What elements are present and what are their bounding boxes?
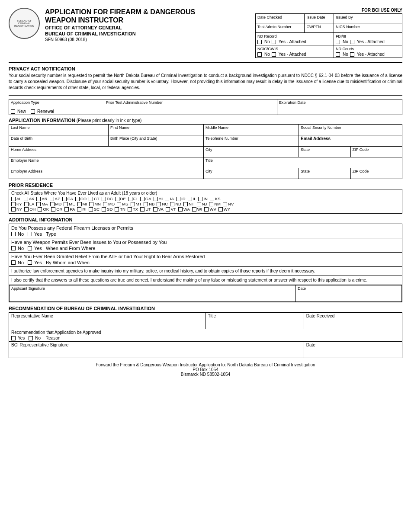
rec-yes-checkbox[interactable] (11, 336, 16, 340)
q2-no-checkbox[interactable] (11, 246, 16, 250)
q3-yes-checkbox[interactable] (28, 260, 32, 265)
state-md: MD (50, 202, 62, 206)
cwptn-cell: CWPTN (305, 23, 334, 33)
divider-1 (9, 62, 402, 63)
state-wy: WY (218, 207, 230, 212)
rep-name-cell: Representative Name (9, 313, 206, 329)
nd-yes-checkbox[interactable] (272, 40, 276, 44)
state-or: OR (51, 207, 62, 212)
employer-city-cell: City (204, 168, 299, 179)
state-in: IN (198, 196, 208, 201)
nd-courts-no-checkbox[interactable] (336, 52, 340, 57)
state-nh: NH (183, 202, 195, 206)
state-sd: SD (102, 207, 112, 212)
state-pa: PA (64, 207, 75, 212)
dob-cell: Date of Birth (9, 135, 109, 147)
state-ok: OK (38, 207, 49, 212)
employer-state-cell: State (299, 168, 350, 179)
ncic-no-checkbox[interactable] (257, 52, 262, 57)
date-checked-cell: Date Checked (256, 14, 305, 23)
state-il: IL (188, 196, 196, 201)
q2-yes-checkbox[interactable] (28, 246, 32, 250)
state-mn: MN (89, 202, 101, 206)
state-tn: TN (115, 207, 125, 212)
footer-line3: Bismarck ND 58502-1054 (9, 372, 402, 377)
q2-text: Have any Weapon Permits Ever Been Issues… (11, 240, 400, 245)
state-id: ID (176, 196, 186, 201)
issue-date-cell: Issue Date (305, 14, 334, 23)
bci-table: Date Checked Issue Date Issued By Test A… (255, 13, 402, 58)
q3-no-checkbox[interactable] (11, 260, 16, 265)
test-admin-cell: Test Admin Number (256, 23, 305, 33)
state-fl: FL (128, 196, 138, 201)
q3-block: Have You Ever Been Granted Relief From t… (9, 253, 402, 267)
rec-table: Representative Name Title Date Received … (9, 312, 402, 358)
rec-no-checkbox[interactable] (29, 336, 33, 340)
employer-state-zip-cell: State ZIP Code (299, 168, 402, 179)
q1-yes-checkbox[interactable] (28, 232, 32, 236)
additional-info-container: Do You Possess any Federal Firearm Licen… (9, 224, 402, 302)
state-nm: NM (209, 202, 221, 206)
state-ma: MA (36, 202, 48, 206)
state-de: DE (115, 196, 126, 201)
state-ca: CA (62, 196, 73, 201)
city-cell: City (204, 147, 299, 157)
main-title: APPLICATION FOR FIREARM & DANGEROUS (45, 8, 249, 16)
form-number: SFN 50963 (08-2018) (45, 37, 249, 42)
state-ky: KY (11, 202, 22, 206)
state-wv: WV (204, 207, 216, 212)
nd-courts-yes-checkbox[interactable] (350, 52, 354, 57)
state-ks: KS (210, 196, 221, 201)
state-ak: AK (24, 196, 35, 201)
app-info-table: Last Name First Name Middle Name Social … (9, 124, 402, 179)
state-vt: VT (166, 207, 176, 212)
nd-no-checkbox[interactable] (257, 40, 262, 44)
additional-info-title: ADDITIONAL INFORMATION (9, 217, 402, 222)
q1-block: Do You Possess any Federal Firearm Licen… (9, 224, 402, 238)
ncic-yes-checkbox[interactable] (272, 52, 276, 57)
nics-cell: NICS Number (334, 23, 402, 33)
header: BUREAU OFCRIMINALINVESTIGATION APPLICATI… (9, 8, 402, 58)
rec-approved-label: Recommendation that Application be Appro… (11, 330, 400, 335)
renewal-checkbox[interactable] (31, 109, 35, 114)
q1-text: Do You Possess any Federal Firearm Licen… (11, 225, 400, 231)
state-wi: WI (192, 207, 202, 212)
states-instruction: Check All States Where You Have Ever Liv… (11, 191, 400, 195)
expiration-cell: Expiration Date (277, 99, 402, 115)
states-row-1: AL AK AR AZ CA CO CT DC DE FL GA HI IA I… (11, 196, 400, 201)
fbi-cell: FBI/III No Yes - Attached (334, 33, 402, 45)
title-cell: Title (204, 157, 402, 168)
state-oh: OH (24, 207, 35, 212)
state-me: ME (64, 202, 75, 206)
privacy-section: PRIVACY ACT NOTIFICATION Your social sec… (9, 66, 402, 91)
header-title-block: APPLICATION FOR FIREARM & DANGEROUS WEAP… (45, 8, 249, 42)
state-ga: GA (140, 196, 151, 201)
org-line2: BUREAU OF CRIMINAL INVESTIGATION (45, 31, 249, 36)
email-cell: Email Address (299, 135, 402, 147)
prior-residence-section: PRIOR RESIDENCE Check All States Where Y… (9, 183, 402, 214)
state-az: AZ (50, 196, 60, 201)
footer-line2: PO Box 1054 (9, 367, 402, 372)
state-dc: DC (102, 196, 113, 201)
auth-text: I authorize law enforcement agencies to … (11, 268, 400, 274)
rep-title-cell: Title (206, 313, 304, 329)
birth-place-cell: Birth Place (City and State) (109, 135, 204, 147)
new-checkbox[interactable] (11, 109, 15, 114)
certify-text-block: I also certify that the answers to all t… (9, 276, 402, 285)
first-name-cell: First Name (109, 125, 204, 135)
q3-text: Have You Ever Been Granted Relief From t… (11, 254, 400, 259)
states-row-2: KY LA MA MD ME MI MN MO MS MT NB NC ND N… (11, 202, 400, 206)
state-nd: ND (170, 202, 181, 206)
state-sc: SC (89, 207, 100, 212)
q1-answers: No Yes Type (11, 231, 400, 237)
additional-info-section: ADDITIONAL INFORMATION Do You Possess an… (9, 217, 402, 302)
state-mi: MI (77, 202, 87, 206)
prior-residence-title: PRIOR RESIDENCE (9, 183, 402, 188)
states-row-3: NY OH OK OR PA RI SC SD TN TX UT VA VT W… (11, 207, 400, 212)
q1-no-checkbox[interactable] (11, 232, 16, 236)
sig-table: Applicant Signature Date (9, 285, 402, 302)
state-la: LA (24, 202, 35, 206)
fbi-yes-checkbox[interactable] (350, 40, 354, 44)
org-line1: OFFICE OF ATTORNEY GENERAL (45, 25, 249, 30)
fbi-no-checkbox[interactable] (336, 40, 340, 44)
